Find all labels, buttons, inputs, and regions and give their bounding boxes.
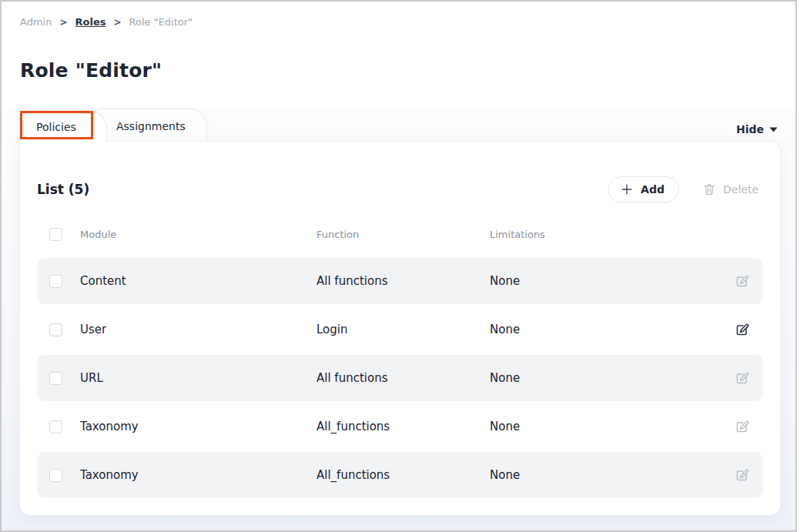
edit-icon: [735, 274, 749, 289]
policies-panel: List (5) Add Delete M: [19, 141, 781, 516]
table-body: Content All functions None User Login No: [37, 258, 763, 498]
cell-limitations: None: [490, 274, 732, 288]
row-checkbox[interactable]: [49, 420, 62, 433]
tab-policies[interactable]: Policies: [19, 110, 107, 142]
column-header-function: Function: [316, 229, 490, 240]
plus-icon: [620, 182, 634, 196]
edit-icon: [735, 371, 749, 386]
add-button[interactable]: Add: [608, 176, 679, 202]
delete-button[interactable]: Delete: [698, 182, 763, 196]
screen: Admin > Roles > Role "Editor" Role "Edit…: [0, 0, 797, 532]
edit-icon: [735, 323, 749, 337]
list-title: List (5): [37, 182, 89, 197]
cell-module: URL: [80, 371, 316, 385]
row-checkbox[interactable]: [49, 323, 62, 336]
list-actions: Add Delete: [608, 176, 763, 202]
table-row: User Login None: [37, 306, 763, 353]
breadcrumb-item-admin[interactable]: Admin: [20, 16, 52, 28]
table-row: URL All functions None: [37, 355, 763, 401]
table-row: Taxonomy All_functions None: [37, 403, 763, 450]
delete-button-label: Delete: [723, 183, 758, 196]
tab-assignments-label: Assignments: [116, 120, 186, 132]
trash-icon: [702, 182, 716, 196]
breadcrumb: Admin > Roles > Role "Editor": [20, 16, 193, 28]
row-checkbox[interactable]: [49, 469, 62, 482]
edit-row-button[interactable]: [735, 420, 749, 434]
cell-limitations: None: [490, 371, 732, 385]
edit-row-button[interactable]: [735, 371, 749, 386]
row-checkbox[interactable]: [49, 372, 62, 385]
column-header-limitations: Limitations: [490, 229, 732, 240]
breadcrumb-link-roles[interactable]: Roles: [75, 16, 106, 28]
add-button-label: Add: [641, 183, 665, 196]
breadcrumb-separator: >: [59, 17, 67, 28]
cell-limitations: None: [490, 468, 732, 482]
breadcrumb-separator: >: [113, 17, 121, 28]
page-title: Role "Editor": [20, 59, 162, 82]
edit-icon: [735, 468, 749, 483]
edit-row-button[interactable]: [735, 274, 749, 289]
list-header: List (5) Add Delete: [37, 176, 763, 203]
breadcrumb-current: Role "Editor": [129, 16, 193, 28]
cell-function: Login: [316, 323, 490, 336]
edit-icon: [735, 420, 749, 434]
hide-label: Hide: [736, 123, 764, 136]
edit-row-button[interactable]: [735, 468, 749, 483]
hide-toggle[interactable]: Hide: [736, 123, 778, 136]
cell-module: Taxonomy: [80, 468, 316, 482]
edit-row-button[interactable]: [735, 323, 749, 337]
cell-module: User: [80, 323, 316, 336]
table-row: Content All functions None: [37, 258, 763, 304]
cell-function: All_functions: [316, 420, 490, 433]
cell-module: Taxonomy: [80, 420, 316, 433]
table-header-row: Module Function Limitations: [37, 220, 763, 248]
table-row: Taxonomy All_functions None: [37, 452, 763, 498]
row-checkbox[interactable]: [49, 275, 62, 288]
tab-assignments[interactable]: Assignments: [95, 109, 207, 142]
column-header-module: Module: [80, 229, 316, 240]
caret-down-icon: [769, 127, 778, 132]
cell-limitations: None: [490, 323, 732, 336]
cell-module: Content: [80, 274, 316, 288]
cell-limitations: None: [490, 420, 732, 433]
tab-policies-label: Policies: [36, 121, 76, 133]
cell-function: All functions: [316, 274, 490, 288]
cell-function: All_functions: [316, 468, 490, 482]
select-all-checkbox[interactable]: [49, 228, 62, 241]
cell-function: All functions: [316, 371, 490, 385]
